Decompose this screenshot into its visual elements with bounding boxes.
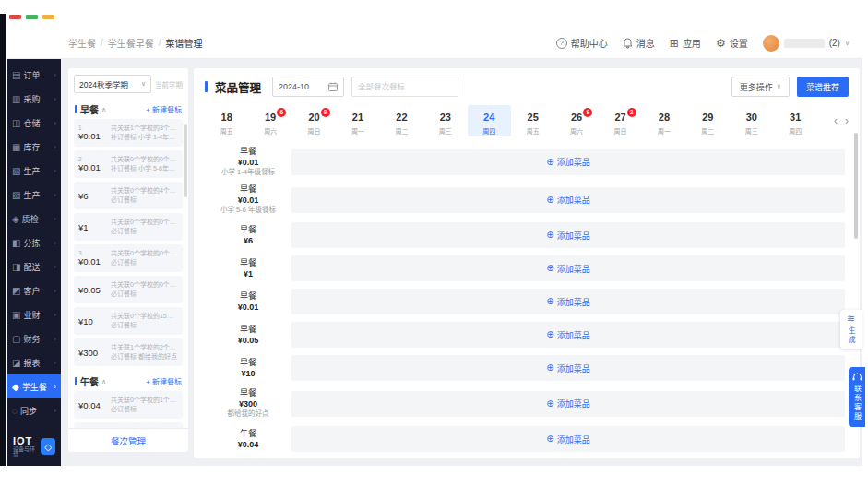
more-actions-button[interactable]: 更多操作 ∨	[731, 77, 790, 97]
collapse-icon[interactable]: ∧	[101, 106, 106, 113]
day-column[interactable]: 30 周三	[730, 105, 773, 136]
card-price: ¥0.05	[78, 285, 106, 295]
sidebar-item-icon: ◪	[12, 358, 20, 368]
sidebar-item[interactable]: ◈ 质检 ›	[7, 207, 61, 231]
sidebar-item[interactable]: ▧ 生产 ›	[7, 159, 61, 183]
day-week: 周三	[423, 126, 467, 136]
term-select[interactable]: 2024秋季学期 ∨	[74, 75, 151, 93]
sidebar-item-label: 生产	[23, 165, 40, 177]
day-column[interactable]: 31 周四	[773, 105, 816, 136]
day-column[interactable]: 29 周二	[686, 105, 730, 136]
day-column[interactable]: 18 周五	[205, 105, 248, 136]
scrollbar[interactable]	[854, 133, 858, 239]
meal-standard-card[interactable]: ¥300 共关联1个学校的2个班级 必订餐标 都给我的好点	[74, 338, 183, 366]
sidebar-item[interactable]: ▣ 业财 ›	[7, 302, 61, 326]
add-dish-button[interactable]: ⊕ 添加菜品	[546, 263, 589, 275]
month-picker[interactable]: 2024-10	[272, 77, 344, 97]
help-label: 帮助中心	[571, 36, 608, 50]
meal-standard-card[interactable]: 3 ¥0.01 共关联0个学校的0个班级 必订餐标	[74, 244, 183, 272]
day-date: 18	[221, 112, 232, 123]
add-dish-button[interactable]: ⊕ 添加菜品	[546, 194, 589, 206]
meal-standard-card[interactable]: ¥10 共关联0个学校的15个班级 必订餐标	[74, 307, 183, 335]
sidebar-item[interactable]: ▥ 采购 ›	[7, 87, 61, 111]
new-meal-standard-button[interactable]: + 新建餐标	[146, 104, 182, 114]
day-column[interactable]: 269 周六	[554, 105, 598, 136]
row-label: 午餐 ¥0.04	[205, 429, 291, 450]
card-relation-text: 共关联0个学校的0个班级	[111, 155, 178, 164]
add-dish-button[interactable]: ⊕ 添加菜品	[546, 397, 589, 409]
day-slot-area: ⊕ 添加菜品	[291, 391, 845, 417]
sidebar-item[interactable]: ◩ 客户 ›	[7, 279, 61, 302]
add-dish-button[interactable]: ⊕ 添加菜品	[546, 433, 589, 445]
day-column[interactable]: 21 周一	[336, 105, 379, 136]
day-week: 周五	[511, 126, 554, 136]
card-tag-line: 补订餐标 小学 1-4年级餐标	[111, 133, 178, 142]
sidebar-item-label: 业财	[23, 309, 40, 321]
sidebar-item[interactable]: ◆ 学生餐 ›	[7, 374, 61, 398]
day-date: 23	[440, 112, 451, 123]
card-price: ¥6	[78, 191, 106, 201]
meal-standard-card[interactable]: ¥0.04 共关联0个学校的1个班级 必订餐标	[74, 391, 183, 419]
add-dish-button[interactable]: ⊕ 添加菜品	[546, 296, 589, 308]
next-button[interactable]: ›	[845, 114, 849, 127]
card-tag: 必订餐标	[111, 196, 137, 203]
sidebar-item[interactable]: ◧ 分拣 ›	[7, 231, 61, 255]
messages-button[interactable]: 消息	[623, 36, 655, 50]
add-dish-button[interactable]: ⊕ 添加菜品	[546, 329, 589, 341]
day-date: 29	[702, 112, 713, 123]
sidebar-item[interactable]: ▦ 库存 ›	[7, 135, 61, 159]
collapse-icon[interactable]: ∧	[101, 378, 106, 385]
meal-standard-card[interactable]: ¥1 共关联0个学校的0个班级 必订餐标	[74, 213, 183, 241]
apps-label: 应用	[683, 36, 701, 50]
meal-standard-card[interactable]: 2 ¥0.01 共关联0个学校的0个班级 补订餐标 小学 5-6年级餐标	[74, 150, 183, 178]
meal-standard-card[interactable]: ¥0.05 共关联0个学校的0个班级 必订餐标	[74, 276, 183, 303]
scrollbar[interactable]	[184, 124, 187, 197]
add-dish-button[interactable]: ⊕ 添加菜品	[546, 156, 589, 168]
sidebar-item[interactable]: ▤ 订单 ›	[7, 63, 61, 87]
user-menu[interactable]: (2) ∨	[763, 35, 850, 52]
breadcrumb-separator: /	[101, 38, 103, 48]
day-column[interactable]: 22 周二	[380, 105, 423, 136]
card-price-block: ¥10	[78, 316, 106, 326]
card-price: ¥10	[78, 316, 106, 326]
sidebar-item[interactable]: ◫ 仓储 ›	[7, 111, 61, 135]
iot-subtitle: 设备与环境	[13, 446, 37, 458]
meal-times-manage-link[interactable]: 餐次管理	[111, 434, 146, 447]
new-meal-standard-button[interactable]: + 新建餐标	[146, 376, 182, 386]
menu-recommend-button[interactable]: 菜谱推荐	[797, 77, 849, 97]
sidebar-item[interactable]: ◨ 配送 ›	[7, 255, 61, 279]
meal-standard-card[interactable]: 1 ¥0.01 共关联1个学校的3个班级 补订餐标 小学 1-4年级餐标	[74, 119, 183, 147]
add-dish-button[interactable]: ⊕ 添加菜品	[546, 230, 589, 242]
sidebar-item[interactable]: ▢ 财务 ›	[7, 326, 61, 350]
day-column[interactable]: 23 周三	[423, 105, 467, 136]
contact-support-tab[interactable]: 联系客服	[849, 367, 865, 427]
day-column[interactable]: 24 周四	[468, 105, 511, 136]
prev-button[interactable]: ‹	[834, 114, 838, 127]
breadcrumb-item[interactable]: 学生餐早餐	[108, 36, 154, 50]
sidebar-item[interactable]: ◪ 报表 ›	[7, 350, 61, 374]
sidebar-item-icon: ▤	[12, 70, 20, 80]
headset-icon	[852, 373, 862, 382]
sidebar-item[interactable]: ◌ 同步 ›	[7, 398, 61, 422]
search-input[interactable]	[351, 77, 458, 97]
circle-plus-icon: ⊕	[546, 196, 553, 205]
add-dish-button[interactable]: ⊕ 添加菜品	[546, 362, 589, 374]
generate-float-tab[interactable]: ≋ 生成	[840, 310, 862, 349]
day-week: 周一	[336, 126, 379, 136]
settings-button[interactable]: ⚙ 设置	[716, 36, 748, 50]
day-slot-area: ⊕ 添加菜品	[291, 322, 845, 348]
help-center-button[interactable]: ? 帮助中心	[556, 36, 608, 50]
day-column[interactable]: 28 周一	[642, 105, 685, 136]
day-column[interactable]: 209 周日	[292, 105, 336, 136]
meal-standard-card[interactable]: ¥6 共关联0个学校的4个班级 必订餐标	[74, 182, 183, 209]
sidebar-item[interactable]: ▨ 生产 ›	[7, 183, 61, 207]
day-column[interactable]: 196 周六	[248, 105, 291, 136]
day-column[interactable]: 272 周日	[599, 105, 642, 136]
chevron-right-icon: ›	[54, 167, 56, 175]
chevron-right-icon: ›	[54, 119, 56, 127]
apps-button[interactable]: ⊞ 应用	[670, 36, 701, 50]
card-tag: 必订餐标	[111, 228, 137, 234]
day-column[interactable]: 25 周五	[511, 105, 554, 136]
breadcrumb-item[interactable]: 学生餐	[68, 36, 96, 50]
sidebar-item-label: 报表	[23, 357, 40, 369]
